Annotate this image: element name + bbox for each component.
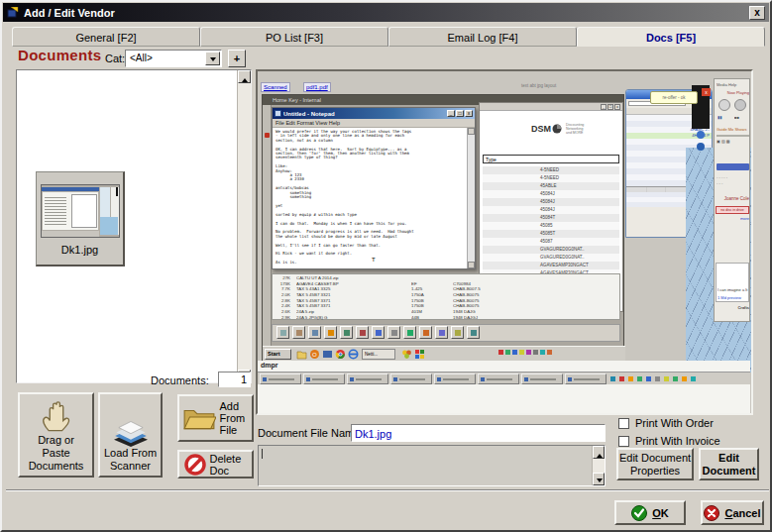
comments-box[interactable] [258, 445, 606, 486]
checkbox-icon[interactable] [618, 418, 629, 429]
file-row: 2.9K24A 5 JPG(B) G44B1948 DAJGJ [275, 315, 617, 321]
tray-icon [512, 350, 517, 355]
preview-left-rail [263, 105, 272, 363]
preview-bottom-strip: dmpr [258, 361, 750, 413]
scroll-down-icon[interactable] [593, 473, 605, 485]
drag-paste-documents-button[interactable]: Drag or Paste Documents [18, 392, 94, 478]
ok-label: OK [652, 507, 669, 519]
document-preview[interactable]: Scanned pdf1.pdf text abt jpg layout Hom… [256, 69, 753, 415]
chevron-down-icon[interactable] [205, 52, 220, 65]
document-thumbnail-list[interactable]: Dk1.jpg [16, 69, 252, 383]
preview-top-note: text abt jpg layout [521, 83, 556, 88]
load-scanner-label: Load From Scanner [103, 447, 158, 473]
tray-icon [646, 376, 651, 381]
notepad-text: We would prefer it the way your collecti… [273, 128, 467, 268]
taskbar-window-button [303, 373, 345, 384]
type-column-header: Type [483, 155, 619, 163]
tray-icon [610, 376, 615, 381]
type-row: 4-5NEED [483, 166, 619, 174]
file-name-input[interactable] [351, 424, 606, 442]
tray-icon [637, 376, 642, 381]
start-button: Start [265, 349, 291, 360]
taskbar-window-button [478, 373, 519, 384]
category-dropdown[interactable]: <All> [125, 50, 222, 67]
delete-doc-button[interactable]: Delete Doc [177, 450, 254, 479]
notepad-icon [275, 110, 281, 117]
notepad-titlebar: Untitled - Notepad _ □ x [273, 108, 475, 119]
add-category-button[interactable]: + [228, 50, 246, 67]
tray-icon [682, 376, 687, 381]
taskbar-window-button [260, 373, 301, 384]
add-from-file-button[interactable]: Add From File [177, 394, 254, 442]
type-row: 45084J [483, 206, 619, 214]
ie-icon [348, 349, 359, 360]
ok-button[interactable]: OK [614, 500, 686, 525]
tray-icon [655, 376, 660, 381]
edit-document-button[interactable]: Edit Document [699, 448, 759, 480]
drag-paste-label: Drag or Paste Documents [23, 434, 89, 473]
preview-taskbar-2 [258, 372, 750, 384]
hand-icon [39, 398, 74, 434]
app-icon [322, 349, 333, 360]
scroll-up-icon[interactable] [238, 70, 251, 83]
type-row: 45085 [483, 222, 619, 230]
text-caret [262, 449, 263, 459]
comments-scrollbar[interactable] [592, 446, 605, 485]
alert-banner: no disc in drive [716, 206, 749, 214]
folder-icon [182, 404, 216, 432]
tab-po-list[interactable]: PO List [F3] [200, 27, 388, 47]
toolbar-icon [340, 326, 353, 339]
dmpr-label: dmpr [261, 362, 278, 369]
add-edit-vendor-dialog: Add / Edit Vendor x General [F2] PO List… [0, 0, 772, 532]
text-cursor-icon: T [372, 257, 376, 263]
type-row: 45087 [483, 238, 619, 246]
flower-icon [401, 349, 412, 360]
no-entry-icon [184, 454, 206, 476]
edit-properties-label: Edit Document Properties [618, 452, 692, 478]
add-from-file-label: Add From File [220, 400, 250, 436]
dsm-logo: DSM Discounting Networking and MORE [531, 123, 584, 135]
tray-icon [619, 376, 624, 381]
notepad-scrollbar [467, 128, 475, 268]
scroll-up-icon[interactable] [593, 446, 605, 459]
cancel-button[interactable]: Cancel [701, 500, 764, 525]
close-icon[interactable]: x [749, 6, 765, 20]
checkbox-icon[interactable] [618, 436, 629, 447]
type-row: GVAGURED0G0NAT.. [483, 246, 619, 254]
toolbar-icon [356, 326, 369, 339]
edit-document-label: Edit Document [701, 452, 757, 478]
tray-icon [533, 350, 538, 355]
thumbnail-scrollbar[interactable] [237, 70, 251, 382]
toolbar-icon [435, 326, 448, 339]
tray-icon [526, 350, 531, 355]
print-with-invoice-label: Print With Invoice [635, 435, 720, 447]
tab-general[interactable]: General [F2] [12, 27, 200, 47]
thumbnail-dk1[interactable]: Dk1.jpg [36, 171, 125, 266]
type-row: 45084T [483, 214, 619, 222]
tab-email-log[interactable]: Email Log [F4] [388, 27, 577, 47]
preview-link-pdf: pdf1.pdf [303, 82, 331, 92]
tray-icon [628, 376, 633, 381]
toolbar-icon [451, 326, 464, 339]
toolbar-icon [324, 326, 337, 339]
print-with-order-option[interactable]: Print With Order [618, 418, 747, 431]
windows-icon [414, 349, 425, 360]
edit-document-properties-button[interactable]: Edit Document Properties [616, 448, 694, 480]
toolbar-icon [403, 326, 416, 339]
preview-file-list: 27KCALTU UT A 2014.zip173KAGAVE4 CASSET.… [272, 273, 620, 320]
notepad-menubar: File Edit Format View Help [273, 119, 475, 128]
tray-icon [505, 350, 510, 355]
preview-media-panel: Media Help Now Playing ▮▮ ■■ Guide Mo Sh… [714, 78, 750, 322]
globe-icon [697, 143, 705, 151]
preview-desktop-window: Home Key - Internal _ □ x DSM Discountin… [262, 94, 624, 364]
minimize-icon: _ [447, 110, 455, 117]
tab-docs[interactable]: Docs [F5] [577, 27, 765, 47]
taskbar-window-button [434, 373, 476, 384]
titlebar[interactable]: Add / Edit Vendor x [3, 3, 769, 22]
documents-count-label: Documents: [151, 374, 209, 386]
load-from-scanner-button[interactable]: Load From Scanner [98, 392, 163, 478]
toolbar-icon [467, 326, 480, 339]
outlook-icon: O [309, 349, 320, 360]
tray-icon [519, 350, 524, 355]
documents-count-value: 1 [218, 372, 251, 387]
